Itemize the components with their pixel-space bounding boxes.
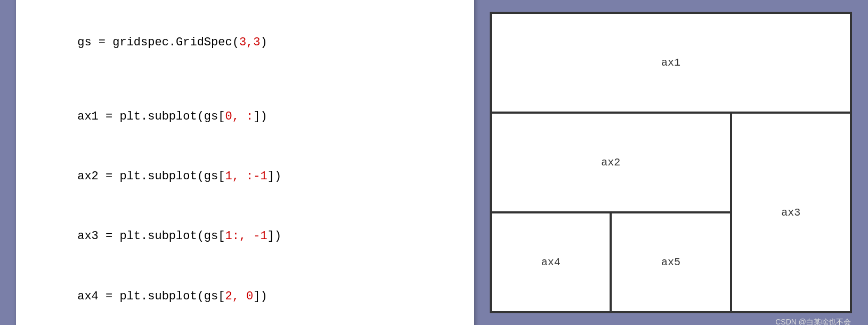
code-ax3-args: 1:, -1 xyxy=(225,229,267,243)
ax1-label: ax1 xyxy=(661,57,680,69)
code-line-5: ax3 = plt.subplot(gs[1:, -1]) xyxy=(35,207,455,266)
watermark: CSDN @白某啥也不会 xyxy=(775,318,851,325)
ax4-label: ax4 xyxy=(541,256,561,268)
code-ax1-close: ]) xyxy=(253,110,267,123)
right-section: ax1 ax2 ax3 ax4 ax5 CSDN @白某啥也不会 xyxy=(490,12,852,313)
ax4-cell: ax4 xyxy=(491,212,611,312)
ax3-cell: ax3 xyxy=(731,113,851,312)
code-ax1-args: 0, : xyxy=(225,110,253,123)
code-ax4-args: 2, 0 xyxy=(225,290,253,303)
code-ax3-pre: ax3 = plt.subplot(gs[ xyxy=(77,229,225,243)
ax2-cell: ax2 xyxy=(491,113,731,212)
code-ax2-args: 1, :-1 xyxy=(225,170,267,183)
code-block: import matplotlib.gridspec as gridspec g… xyxy=(35,0,455,325)
code-ax4-close: ]) xyxy=(253,290,267,303)
code-ax2-pre: ax2 = plt.subplot(gs[ xyxy=(77,170,225,183)
code-line-2: gs = gridspec.GridSpec(3,3) xyxy=(35,13,455,73)
code-ax2-close: ]) xyxy=(267,170,281,183)
code-gs-assign: gs = gridspec.GridSpec( xyxy=(77,36,239,49)
code-line-6: ax4 = plt.subplot(gs[2, 0]) xyxy=(35,266,455,325)
code-ax4-pre: ax4 = plt.subplot(gs[ xyxy=(77,290,225,303)
code-line-3: ax1 = plt.subplot(gs[0, :]) xyxy=(35,87,455,147)
code-ax3-close: ]) xyxy=(267,229,281,243)
code-panel: import matplotlib.gridspec as gridspec g… xyxy=(16,0,474,325)
ax3-label: ax3 xyxy=(781,207,800,219)
diagram-panel: ax1 ax2 ax3 ax4 ax5 CSDN @白某啥也不会 xyxy=(490,12,852,313)
ax5-cell: ax5 xyxy=(611,212,731,312)
code-ax1-pre: ax1 = plt.subplot(gs[ xyxy=(77,110,225,123)
ax5-label: ax5 xyxy=(661,256,680,268)
code-gs-args: 3,3 xyxy=(239,36,261,49)
ax2-label: ax2 xyxy=(601,156,620,169)
code-line-4: ax2 = plt.subplot(gs[1, :-1]) xyxy=(35,147,455,207)
ax1-cell: ax1 xyxy=(491,13,851,113)
code-gs-close: ) xyxy=(260,36,267,49)
